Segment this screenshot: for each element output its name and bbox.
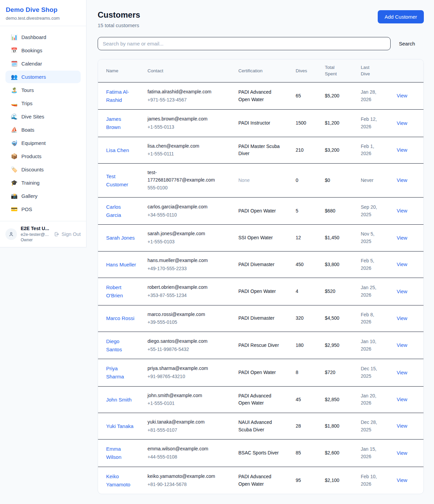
customer-name-link[interactable]: John Smith — [106, 397, 132, 403]
sidebar-item-label: Gallery — [21, 193, 38, 199]
search-input[interactable] — [98, 37, 391, 50]
customer-certification: PADI Divemaster — [238, 315, 274, 321]
nav-icon: 🏷️ — [11, 167, 18, 172]
sidebar-item-dive-sites[interactable]: 🌊 Dive Sites — [5, 110, 81, 123]
customer-name-link[interactable]: Sarah Jones — [106, 235, 135, 241]
sign-out-button[interactable]: Sign Out — [54, 231, 81, 237]
customer-email: yuki.tanaka@example.com — [147, 418, 222, 426]
view-customer-link[interactable]: View — [397, 147, 407, 153]
customer-dives: 320 — [296, 305, 325, 332]
customer-phone: +1-555-0113 — [147, 124, 222, 131]
main-content: Customers 15 total customers Add Custome… — [87, 0, 434, 504]
nav-icon: 📊 — [11, 35, 18, 40]
customer-total-spent: $3,200 — [325, 137, 361, 163]
customer-last-dive: Jan 25, 2026 — [361, 278, 397, 305]
customer-name-link[interactable]: Priya Sharma — [106, 366, 124, 379]
sidebar: Demo Dive Shop demo.test.divestreams.com… — [0, 0, 86, 247]
view-customer-link[interactable]: View — [397, 178, 407, 183]
customer-name-link[interactable]: Lisa Chen — [106, 147, 129, 153]
customer-row: Sarah Jones sarah.jones@example.com +1-5… — [98, 225, 424, 251]
customer-total-spent: $680 — [325, 198, 361, 225]
customer-certification: NAUI Advanced Scuba Diver — [238, 419, 272, 432]
customer-email: test-1772681807767@example.com — [147, 169, 222, 184]
view-customer-link[interactable]: View — [397, 235, 407, 241]
customer-phone: +1-555-0111 — [147, 150, 222, 158]
sidebar-item-label: Tours — [21, 87, 34, 93]
sidebar-item-bookings[interactable]: 📅 Bookings — [5, 44, 81, 57]
user-name: E2E Test U... — [21, 226, 50, 231]
customer-name-link[interactable]: Test Customer — [106, 173, 128, 187]
avatar — [5, 228, 17, 240]
column-header-total-spent: Total Spent — [325, 59, 361, 82]
customer-name-link[interactable]: Keiko Yamamoto — [106, 473, 130, 487]
sidebar-item-equipment[interactable]: 🤿 Equipment — [5, 137, 81, 149]
customer-name-link[interactable]: Fatima Al-Rashid — [106, 89, 129, 103]
view-customer-link[interactable]: View — [397, 423, 407, 429]
customer-certification: PADI Open Water — [238, 208, 276, 213]
customer-dives: 1500 — [296, 110, 325, 137]
customer-email: sarah.jones@example.com — [147, 230, 222, 238]
customer-email: john.smith@example.com — [147, 392, 222, 399]
customer-total-spent: $520 — [325, 278, 361, 305]
view-customer-link[interactable]: View — [397, 342, 407, 348]
customer-certification: PADI Open Water — [238, 370, 276, 375]
view-customer-link[interactable]: View — [397, 289, 407, 294]
customer-name-link[interactable]: Diego Santos — [106, 338, 122, 352]
nav-icon: 🌊 — [11, 114, 18, 119]
customer-dives: 12 — [296, 225, 325, 251]
customer-total-spent: $1,800 — [325, 413, 361, 440]
nav-icon: 🗓️ — [11, 61, 18, 67]
view-customer-link[interactable]: View — [397, 316, 407, 321]
sidebar-item-training[interactable]: 🎓 Training — [5, 176, 81, 189]
customer-name-link[interactable]: Yuki Tanaka — [106, 423, 134, 429]
customer-certification: PADI Advanced Open Water — [238, 393, 271, 406]
customer-name-link[interactable]: Robert O'Brien — [106, 284, 123, 298]
sidebar-item-gallery[interactable]: 📸 Gallery — [5, 190, 81, 202]
view-customer-link[interactable]: View — [397, 120, 407, 126]
table-header: Name Contact Certification Dives Total S… — [98, 59, 424, 82]
sidebar-item-pos[interactable]: 💳 POS — [5, 203, 81, 216]
view-customer-link[interactable]: View — [397, 208, 407, 213]
view-customer-link[interactable]: View — [397, 370, 407, 375]
user-panel: E2E Test U... e2e-tester@... Owner Sign … — [0, 221, 86, 247]
view-customer-link[interactable]: View — [397, 450, 407, 456]
sidebar-item-dashboard[interactable]: 📊 Dashboard — [5, 31, 81, 43]
customer-email: priya.sharma@example.com — [147, 365, 222, 372]
customer-certification: None — [238, 178, 250, 183]
sidebar-item-trips[interactable]: 🚤 Trips — [5, 97, 81, 110]
customer-last-dive: Sep 20, 2025 — [361, 198, 397, 225]
sidebar-item-label: Equipment — [21, 140, 46, 146]
view-customer-link[interactable]: View — [397, 262, 407, 267]
column-header-dives: Dives — [296, 59, 325, 82]
customer-total-spent: $1,450 — [325, 225, 361, 251]
customer-name-link[interactable]: Hans Mueller — [106, 262, 136, 267]
customer-row: Lisa Chen lisa.chen@example.com +1-555-0… — [98, 137, 424, 163]
customer-phone: +55-11-99876-5432 — [147, 346, 222, 353]
customer-row: James Brown james.brown@example.com +1-5… — [98, 110, 424, 137]
sign-out-label: Sign Out — [62, 231, 81, 237]
customer-name-link[interactable]: Carlos Garcia — [106, 204, 121, 218]
sidebar-item-customers[interactable]: 👥 Customers — [5, 71, 81, 83]
sidebar-item-products[interactable]: 📦 Products — [5, 150, 81, 163]
customer-email: emma.wilson@example.com — [147, 445, 222, 453]
sidebar-item-discounts[interactable]: 🏷️ Discounts — [5, 163, 81, 176]
sidebar-item-boats[interactable]: ⛵ Boats — [5, 124, 81, 136]
add-customer-button[interactable]: Add Customer — [378, 10, 424, 23]
customer-count: 15 total customers — [98, 22, 140, 28]
sidebar-item-calendar[interactable]: 🗓️ Calendar — [5, 57, 81, 70]
customer-name-link[interactable]: Marco Rossi — [106, 315, 134, 321]
sidebar-item-tours[interactable]: 🏝️ Tours — [5, 84, 81, 96]
customer-last-dive: Never — [361, 164, 397, 198]
customer-name-link[interactable]: James Brown — [106, 116, 121, 130]
customer-last-dive: Jan 20, 2026 — [361, 386, 397, 413]
customer-name-link[interactable]: Emma Wilson — [106, 446, 121, 460]
column-header-name: Name — [98, 59, 147, 82]
sidebar-item-label: Discounts — [21, 167, 44, 172]
view-customer-link[interactable]: View — [397, 93, 407, 98]
customer-last-dive: Feb 12, 2026 — [361, 110, 397, 137]
customer-dives: 180 — [296, 332, 325, 359]
view-customer-link[interactable]: View — [397, 478, 407, 483]
search-button[interactable]: Search — [391, 41, 424, 46]
customer-total-spent: $2,850 — [325, 386, 361, 413]
view-customer-link[interactable]: View — [397, 397, 407, 402]
